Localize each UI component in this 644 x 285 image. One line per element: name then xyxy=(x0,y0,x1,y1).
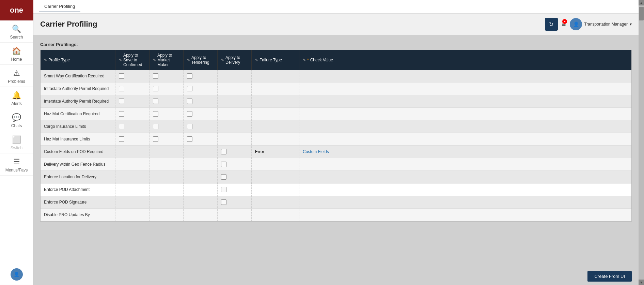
checkbox-apply-save-row3[interactable] xyxy=(119,99,124,104)
app-logo: one xyxy=(0,0,33,20)
checkbox-apply-market-row3[interactable] xyxy=(153,99,158,104)
sidebar-item-menus-label: Menus/Favs xyxy=(5,168,28,172)
cell-apply-save-row5 xyxy=(115,120,150,133)
cell-apply-delivery-row3 xyxy=(218,95,252,107)
th-label-check-value: Check Value xyxy=(310,58,333,62)
cell-apply-delivery-row10 xyxy=(218,183,252,196)
section-label: Carrier Profilings: xyxy=(40,42,632,47)
menu-icon: ☰ xyxy=(13,158,20,166)
cell-check-value-row8 xyxy=(299,158,354,170)
table-row: Enforce POD Attachment xyxy=(41,183,631,196)
sidebar-item-menus[interactable]: ☰ Menus/Favs xyxy=(0,153,33,176)
cell-apply-delivery-row6 xyxy=(218,133,252,145)
page-title: Carrier Profiling xyxy=(40,20,97,29)
cell-apply-market-row11 xyxy=(150,196,184,208)
carrier-profilings-table: ✎ Profile Type ✎ Apply to Save to Confir… xyxy=(40,50,632,222)
scroll-down-button[interactable]: ▼ xyxy=(639,280,644,285)
row-label-row4: Haz Mat Certification Required xyxy=(41,108,115,120)
cell-check-value-row11 xyxy=(299,196,354,208)
th-label-apply-market: Apply to Market Maker xyxy=(157,53,180,67)
refresh-button[interactable]: ↻ xyxy=(545,18,558,31)
th-profile-type: ✎ Profile Type xyxy=(41,50,115,70)
sidebar-item-search[interactable]: 🔍 Search xyxy=(0,20,33,43)
row-label-row12: Disable PRO Updates By xyxy=(41,209,115,221)
tab-carrier-profiling[interactable]: Carrier Profiling xyxy=(39,1,80,12)
cell-apply-tendering-row4 xyxy=(184,108,218,120)
cell-apply-delivery-row9 xyxy=(218,171,252,183)
cell-apply-save-row3 xyxy=(115,95,150,107)
row-label-row10: Enforce POD Attachment xyxy=(41,183,115,196)
cell-apply-market-row4 xyxy=(150,108,184,120)
cell-failure-row6 xyxy=(252,133,299,145)
cell-check-value-row12 xyxy=(299,209,354,221)
cell-apply-delivery-row5 xyxy=(218,120,252,133)
checkbox-apply-delivery-row7[interactable] xyxy=(221,149,226,154)
cell-apply-delivery-row12 xyxy=(218,209,252,221)
cell-apply-tendering-row10 xyxy=(184,183,218,196)
table-body: Smart Way Certification RequiredIntrasta… xyxy=(41,70,631,221)
checkbox-apply-tendering-row4[interactable] xyxy=(187,111,192,117)
th-apply-market: ✎ Apply to Market Maker xyxy=(150,50,184,70)
search-icon: 🔍 xyxy=(12,25,21,33)
main-panel: Carrier Profiling Carrier Profiling ↻ ≡ … xyxy=(33,0,639,285)
home-icon: 🏠 xyxy=(12,47,21,56)
cell-apply-tendering-row6 xyxy=(184,133,218,145)
scroll-up-button[interactable]: ▲ xyxy=(639,0,644,5)
checkbox-apply-save-row1[interactable] xyxy=(119,73,124,79)
cell-apply-delivery-row7 xyxy=(218,146,252,158)
row-label-row5: Cargo Insurance Limits xyxy=(41,120,115,133)
user-dropdown-arrow: ▾ xyxy=(630,22,632,27)
menu-button[interactable]: ≡ ★ xyxy=(562,20,566,28)
cell-failure-row7: Error xyxy=(252,146,299,158)
scroll-thumb[interactable] xyxy=(639,7,644,20)
checkbox-apply-delivery-row8[interactable] xyxy=(221,162,226,167)
cell-apply-delivery-row2 xyxy=(218,82,252,95)
cell-apply-tendering-row3 xyxy=(184,95,218,107)
sidebar-item-chats[interactable]: 💬 Chats xyxy=(0,109,33,131)
checkbox-apply-tendering-row5[interactable] xyxy=(187,124,192,129)
cell-apply-delivery-row4 xyxy=(218,108,252,120)
create-from-ui-button[interactable]: Create From UI xyxy=(587,271,632,282)
checkbox-apply-market-row6[interactable] xyxy=(153,136,158,142)
th-failure-type: ✎ Failure Type xyxy=(252,50,299,70)
cell-apply-save-row2 xyxy=(115,82,150,95)
checkbox-apply-market-row4[interactable] xyxy=(153,111,158,117)
user-avatar: 👤 xyxy=(11,268,23,281)
checkbox-apply-market-row5[interactable] xyxy=(153,124,158,129)
checkbox-apply-market-row1[interactable] xyxy=(153,73,158,79)
check-value-link-row7[interactable]: Custom Fields xyxy=(303,149,329,154)
cell-apply-tendering-row12 xyxy=(184,209,218,221)
cell-apply-save-row8 xyxy=(115,158,150,170)
cell-failure-row3 xyxy=(252,95,299,107)
user-avatar-header: 👤 xyxy=(570,18,582,30)
user-dropdown[interactable]: 👤 Transportation Manager ▾ xyxy=(570,18,632,30)
row-label-row7: Custom Fields on POD Required xyxy=(41,146,115,158)
checkbox-apply-tendering-row6[interactable] xyxy=(187,136,192,142)
checkbox-apply-delivery-row11[interactable] xyxy=(221,199,226,205)
checkbox-apply-tendering-row2[interactable] xyxy=(187,86,192,91)
sidebar-item-alerts[interactable]: 🔔 Alerts xyxy=(0,87,33,109)
cell-apply-save-row10 xyxy=(115,183,150,196)
cell-check-value-row10 xyxy=(299,183,354,196)
checkbox-apply-save-row5[interactable] xyxy=(119,124,124,129)
checkbox-apply-delivery-row9[interactable] xyxy=(221,174,226,180)
th-apply-save: ✎ Apply to Save to Confirmed xyxy=(115,50,150,70)
cell-apply-save-row12 xyxy=(115,209,150,221)
table-row: Enforce POD Signature xyxy=(41,196,631,209)
th-edit-icon-check: ✎ xyxy=(303,58,306,62)
cell-apply-save-row9 xyxy=(115,171,150,183)
checkbox-apply-delivery-row10[interactable] xyxy=(221,187,226,192)
sidebar-item-home[interactable]: 🏠 Home xyxy=(0,43,33,65)
checkbox-apply-save-row6[interactable] xyxy=(119,136,124,142)
cell-failure-row4 xyxy=(252,108,299,120)
checkbox-apply-tendering-row3[interactable] xyxy=(187,99,192,104)
checkbox-apply-tendering-row1[interactable] xyxy=(187,73,192,79)
checkbox-apply-market-row2[interactable] xyxy=(153,86,158,91)
topbar: Carrier Profiling xyxy=(33,0,639,14)
cell-check-value-row5 xyxy=(299,120,354,133)
sidebar-item-problems[interactable]: ⚠ Problems xyxy=(0,65,33,87)
checkbox-apply-save-row4[interactable] xyxy=(119,111,124,117)
th-edit-icon-tendering: ✎ xyxy=(187,58,190,62)
checkbox-apply-save-row2[interactable] xyxy=(119,86,124,91)
sidebar-item-user-avatar[interactable]: 👤 xyxy=(0,264,33,285)
